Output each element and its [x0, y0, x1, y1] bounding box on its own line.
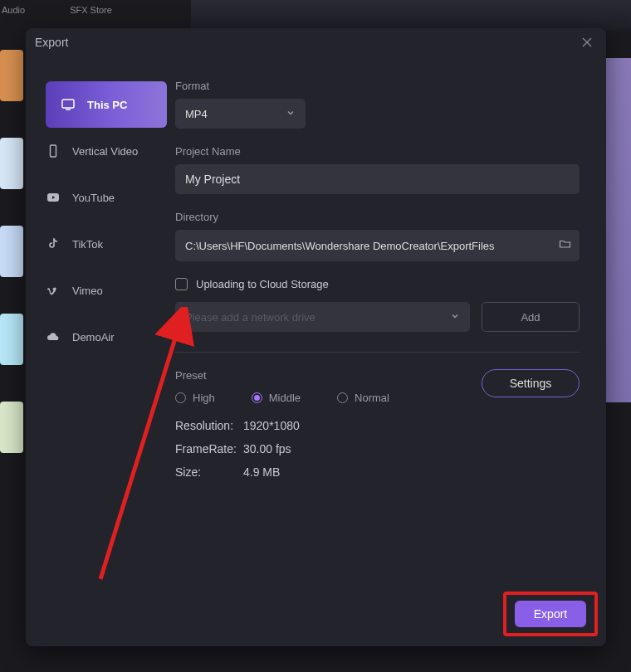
- preset-normal-radio[interactable]: Normal: [337, 392, 389, 404]
- sidebar-item-label: TikTok: [72, 238, 103, 251]
- framerate-value: 30.00 fps: [243, 442, 291, 455]
- preset-high-radio[interactable]: High: [175, 392, 215, 404]
- sidebar-item-label: Vimeo: [72, 285, 103, 297]
- project-name-input[interactable]: [175, 164, 580, 194]
- folder-icon[interactable]: [559, 238, 571, 254]
- settings-button[interactable]: Settings: [482, 369, 580, 397]
- sidebar-item-tiktok[interactable]: TikTok: [26, 221, 175, 267]
- chevron-down-icon: [286, 108, 296, 120]
- export-sidebar: This PC Vertical Video YouTube TikTok: [26, 56, 175, 646]
- tab-audio[interactable]: Audio: [0, 0, 28, 20]
- close-button[interactable]: [580, 35, 594, 50]
- format-label: Format: [175, 80, 580, 92]
- sidebar-item-vimeo[interactable]: Vimeo: [26, 267, 175, 314]
- framerate-label: FrameRate:: [175, 442, 243, 455]
- sidebar-item-label: DemoAir: [72, 331, 115, 343]
- resolution-label: Resolution:: [175, 419, 243, 432]
- sidebar-item-label: This PC: [87, 99, 127, 111]
- youtube-icon: [46, 190, 61, 205]
- dialog-title: Export: [35, 36, 68, 49]
- cloud-icon: [46, 329, 61, 344]
- svg-rect-1: [51, 145, 56, 157]
- chevron-down-icon: [450, 311, 460, 324]
- export-highlight: Export: [503, 592, 598, 636]
- export-button[interactable]: Export: [515, 601, 586, 627]
- tab-sfx[interactable]: SFX Store: [28, 0, 115, 20]
- sidebar-item-this-pc[interactable]: This PC: [46, 81, 167, 128]
- upload-cloud-checkbox[interactable]: [175, 278, 188, 290]
- sidebar-item-vertical-video[interactable]: Vertical Video: [26, 128, 175, 174]
- directory-label: Directory: [175, 211, 580, 223]
- tiktok-icon: [46, 236, 61, 251]
- phone-icon: [46, 144, 61, 158]
- sidebar-item-demoair[interactable]: DemoAir: [26, 314, 175, 360]
- monitor-icon: [61, 97, 76, 112]
- sidebar-item-youtube[interactable]: YouTube: [26, 174, 175, 221]
- format-select[interactable]: MP4: [175, 99, 306, 129]
- preset-middle-radio[interactable]: Middle: [252, 392, 301, 404]
- sidebar-item-label: Vertical Video: [72, 145, 138, 158]
- network-drive-select[interactable]: Please add a network drive: [175, 302, 470, 332]
- resolution-value: 1920*1080: [243, 419, 300, 432]
- size-label: Size:: [175, 465, 243, 479]
- add-button[interactable]: Add: [482, 302, 580, 332]
- project-name-label: Project Name: [175, 145, 580, 158]
- preset-label: Preset: [175, 369, 482, 382]
- directory-input[interactable]: [175, 230, 580, 261]
- svg-rect-0: [62, 100, 74, 108]
- upload-cloud-label: Uploading to Cloud Storage: [196, 278, 329, 290]
- sidebar-item-label: YouTube: [72, 192, 115, 204]
- export-dialog: Export This PC Vertical Video: [26, 28, 606, 646]
- vimeo-icon: [46, 283, 61, 298]
- size-value: 4.9 MB: [243, 465, 280, 479]
